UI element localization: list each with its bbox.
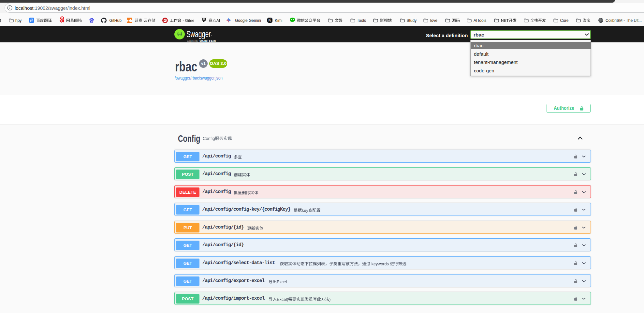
svg-text:du: du [91,21,93,22]
